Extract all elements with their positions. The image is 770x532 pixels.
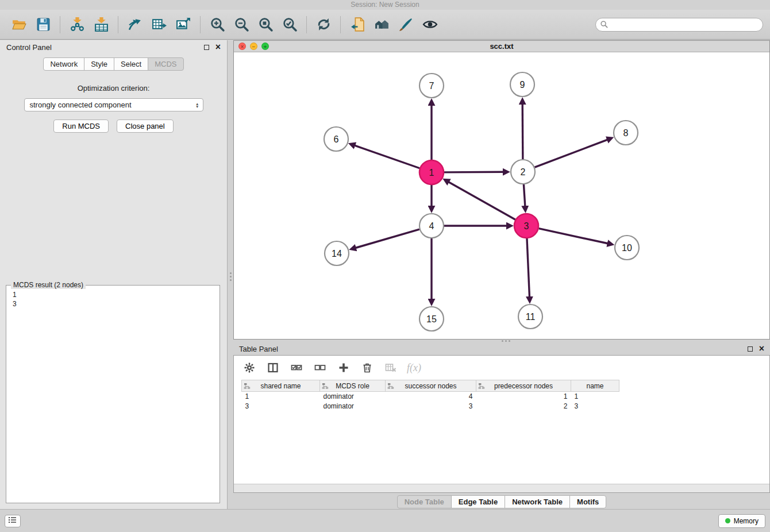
- tab-node-table[interactable]: Node Table: [397, 495, 452, 508]
- network-home-icon[interactable]: [369, 13, 394, 36]
- zoom-out-icon[interactable]: [229, 13, 253, 36]
- show-details-eye-icon[interactable]: [418, 13, 442, 36]
- column-header-predecessor-nodes[interactable]: predecessor nodes: [476, 380, 571, 392]
- export-network-icon[interactable]: [123, 13, 147, 36]
- table-tab-bar: Node TableEdge TableNetwork TableMotifs: [233, 494, 770, 509]
- table-cell[interactable]: 3: [242, 402, 320, 411]
- edge-4-14[interactable]: [356, 229, 419, 248]
- table-cell[interactable]: 1: [476, 392, 571, 402]
- edge-2-9[interactable]: [522, 104, 523, 159]
- search-input[interactable]: [595, 18, 763, 32]
- import-network-icon[interactable]: [65, 13, 89, 36]
- tab-network[interactable]: Network: [43, 57, 84, 71]
- close-panel-icon[interactable]: ×: [759, 345, 764, 352]
- edge-2-8[interactable]: [535, 140, 608, 167]
- node-9[interactable]: 9: [510, 72, 534, 97]
- network-window-title: scc.txt: [234, 42, 769, 51]
- svg-text:1: 1: [429, 168, 434, 178]
- node-7[interactable]: 7: [419, 74, 444, 98]
- column-type-icon: [244, 383, 251, 390]
- tab-style[interactable]: Style: [84, 57, 114, 71]
- zoom-in-icon[interactable]: [205, 13, 229, 36]
- edge-1-6[interactable]: [355, 145, 419, 168]
- table-cell[interactable]: 4: [386, 392, 476, 402]
- node-4[interactable]: 4: [419, 214, 444, 238]
- zoom-window-button[interactable]: +: [261, 43, 269, 50]
- horizontal-scrollbar[interactable]: [234, 484, 769, 492]
- tab-select[interactable]: Select: [114, 57, 148, 71]
- network-canvas[interactable]: 7968124314101511: [234, 53, 769, 339]
- edge-2-3[interactable]: [523, 184, 525, 206]
- open-folder-icon[interactable]: [7, 13, 31, 36]
- selected-criterion-value: strongly connected component: [30, 101, 132, 109]
- column-header-shared-name[interactable]: shared name: [242, 380, 320, 392]
- column-type-icon: [387, 383, 394, 390]
- float-panel-icon[interactable]: [204, 45, 209, 50]
- table-cell[interactable]: 2: [476, 402, 571, 411]
- table-row[interactable]: 1dominator411: [242, 392, 619, 402]
- node-8[interactable]: 8: [614, 121, 638, 145]
- splitter-handle-icon[interactable]: [229, 269, 232, 284]
- table-cell[interactable]: 1: [571, 392, 619, 402]
- minimize-window-button[interactable]: −: [250, 43, 257, 50]
- node-3[interactable]: 3: [514, 214, 538, 238]
- tab-edge-table[interactable]: Edge Table: [451, 495, 505, 508]
- table-cell[interactable]: 3: [571, 402, 619, 411]
- toolbar-separator: [200, 16, 201, 33]
- columns-icon[interactable]: [265, 360, 280, 375]
- table-cell[interactable]: dominator: [320, 392, 386, 402]
- close-panel-icon[interactable]: ×: [215, 44, 221, 51]
- node-6[interactable]: 6: [324, 127, 348, 151]
- save-session-icon[interactable]: [31, 13, 55, 36]
- close-panel-button[interactable]: Close panel: [117, 119, 174, 133]
- deselect-all-icon[interactable]: [313, 360, 328, 375]
- edge-1-2[interactable]: [444, 172, 503, 172]
- optimization-criterion-select[interactable]: strongly connected component ▲▼: [24, 98, 203, 111]
- node-1[interactable]: 1: [419, 160, 444, 184]
- table-cell[interactable]: 3: [386, 402, 476, 411]
- splitter-handle-icon[interactable]: [502, 340, 517, 342]
- close-window-button[interactable]: ×: [238, 43, 246, 50]
- tab-network-table[interactable]: Network Table: [505, 495, 570, 508]
- new-network-from-selection-icon[interactable]: [345, 13, 369, 36]
- mcds-result-line: 1: [13, 290, 213, 299]
- node-10[interactable]: 10: [615, 236, 639, 260]
- table-cell[interactable]: 1: [242, 392, 320, 402]
- select-all-icon[interactable]: [289, 360, 304, 375]
- list-icon: [8, 516, 17, 526]
- add-icon[interactable]: [336, 360, 351, 375]
- edge-3-1[interactable]: [449, 182, 515, 220]
- export-table-icon[interactable]: [147, 13, 171, 36]
- network-graph[interactable]: 7968124314101511: [234, 53, 769, 339]
- import-table-icon[interactable]: [89, 13, 113, 36]
- style-brush-icon[interactable]: [394, 13, 418, 36]
- tab-motifs[interactable]: Motifs: [569, 495, 606, 508]
- trash-icon[interactable]: [360, 360, 375, 375]
- zoom-selected-icon[interactable]: [278, 13, 302, 36]
- mcds-result-line: 3: [13, 299, 213, 309]
- edge-3-11[interactable]: [527, 238, 530, 297]
- export-image-icon[interactable]: [171, 13, 195, 36]
- toolbar-separator: [60, 16, 60, 33]
- panel-splitter-vertical[interactable]: [228, 40, 233, 509]
- column-header-mcds-role[interactable]: MCDS role: [320, 380, 386, 392]
- table-row[interactable]: 3dominator323: [242, 402, 619, 411]
- tab-mcds[interactable]: MCDS: [148, 57, 183, 71]
- node-15[interactable]: 15: [419, 307, 444, 331]
- column-header-successor-nodes[interactable]: successor nodes: [386, 380, 476, 392]
- select-chevrons-icon: ▲▼: [195, 102, 199, 108]
- zoom-fit-icon[interactable]: [253, 13, 278, 36]
- node-11[interactable]: 11: [518, 304, 542, 329]
- apply-layout-icon[interactable]: [311, 13, 336, 36]
- node-2[interactable]: 2: [511, 160, 535, 184]
- node-14[interactable]: 14: [325, 241, 349, 265]
- command-panel-button[interactable]: [5, 515, 21, 527]
- svg-text:6: 6: [334, 134, 339, 144]
- memory-button[interactable]: Memory: [718, 514, 765, 528]
- column-header-name[interactable]: name: [571, 380, 619, 392]
- table-cell[interactable]: dominator: [320, 402, 386, 411]
- run-mcds-button[interactable]: Run MCDS: [53, 119, 109, 133]
- edge-3-10[interactable]: [538, 229, 607, 244]
- float-panel-icon[interactable]: [748, 346, 753, 352]
- gear-icon[interactable]: [242, 360, 257, 375]
